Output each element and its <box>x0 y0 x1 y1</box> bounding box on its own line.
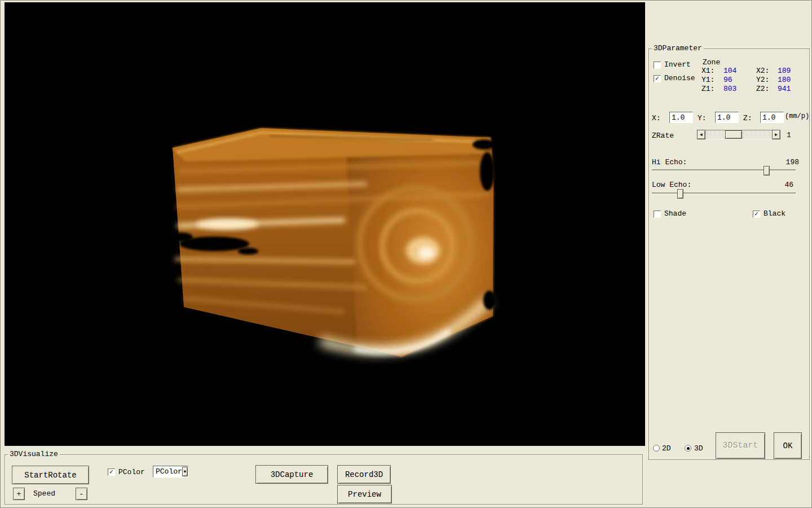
zone-y2-label: Y2: <box>756 76 769 84</box>
hi-echo-thumb[interactable] <box>764 166 770 176</box>
zone-z1-value: 803 <box>723 85 736 93</box>
hi-echo-value: 198 <box>786 158 799 167</box>
scale-y-label: Y: <box>698 114 707 122</box>
speed-label: Speed <box>33 489 55 498</box>
low-echo-slider[interactable] <box>652 192 796 195</box>
low-echo-label: Low Echo: <box>652 181 691 189</box>
scale-y-input[interactable] <box>715 112 739 123</box>
preview-button[interactable]: Preview <box>337 485 392 503</box>
scale-x-input[interactable] <box>669 112 693 123</box>
visualize-panel-title: 3DVisualize <box>8 450 60 459</box>
zone-x2-value: 189 <box>778 67 791 75</box>
start3d-button[interactable]: 3DStart <box>716 432 765 459</box>
invert-checkbox[interactable] <box>654 62 661 69</box>
denoise-checkbox[interactable]: ✓ <box>654 75 661 82</box>
zone-x2-label: X2: <box>756 67 769 75</box>
zone-z1-label: Z1: <box>701 85 714 93</box>
zrate-track[interactable] <box>705 130 772 139</box>
visualize-panel: 3DVisualize StartRotate ✓ PColor PColor … <box>5 454 643 505</box>
scale-z-label: Z: <box>743 114 752 122</box>
pcolor-checkbox[interactable]: ✓ <box>108 468 115 476</box>
check-icon: ✓ <box>754 211 758 217</box>
speed-minus-button[interactable]: - <box>76 488 87 500</box>
capture-3d-button[interactable]: 3DCapture <box>255 465 328 484</box>
volume-render <box>5 2 645 446</box>
chevron-down-icon[interactable]: ▼ <box>182 467 188 476</box>
scale-unit-label: (mm/p) <box>785 112 809 120</box>
render-viewport[interactable] <box>5 2 645 446</box>
shade-label: Shade <box>664 209 686 218</box>
pcolor-dropdown-value: PColor <box>153 467 182 476</box>
parameter-panel: 3DParameter Invert ✓ Denoise Zone X1: 10… <box>648 49 810 460</box>
low-echo-thumb[interactable] <box>677 189 683 199</box>
start-rotate-button[interactable]: StartRotate <box>12 466 89 484</box>
zone-x1-label: X1: <box>701 67 714 75</box>
zone-x1-value: 104 <box>723 67 736 75</box>
zrate-right-arrow-icon[interactable]: ► <box>772 130 780 139</box>
shade-checkbox[interactable] <box>654 211 661 218</box>
record-3d-button[interactable]: Record3D <box>337 465 391 484</box>
pcolor-dropdown[interactable]: PColor ▼ <box>153 466 188 478</box>
zone-z2-value: 941 <box>778 85 791 93</box>
check-icon: ✓ <box>655 76 659 82</box>
pcolor-label: PColor <box>118 468 145 476</box>
scale-z-input[interactable] <box>760 112 784 123</box>
zrate-scrollbar[interactable]: ◄ ► <box>697 130 780 139</box>
invert-label: Invert <box>664 60 691 69</box>
zrate-label: ZRate <box>652 132 674 140</box>
mode-3d-label: 3D <box>694 444 703 453</box>
denoise-label: Denoise <box>664 74 695 82</box>
zone-y1-label: Y1: <box>701 76 714 84</box>
scale-x-label: X: <box>652 114 661 122</box>
check-icon: ✓ <box>109 469 113 475</box>
low-echo-value: 46 <box>784 181 793 189</box>
parameter-panel-title: 3DParameter <box>652 44 704 53</box>
zrate-thumb[interactable] <box>725 130 742 139</box>
hi-echo-label: Hi Echo: <box>652 158 687 167</box>
black-label: Black <box>764 209 785 218</box>
ok-button[interactable]: OK <box>774 432 802 459</box>
mode-3d-radio[interactable] <box>685 445 691 452</box>
zrate-value: 1 <box>787 131 791 139</box>
mode-2d-label: 2D <box>662 444 671 453</box>
zone-title: Zone <box>703 58 720 67</box>
mode-2d-radio[interactable] <box>653 445 660 452</box>
zone-z2-label: Z2: <box>756 85 769 93</box>
hi-echo-slider[interactable] <box>652 169 796 172</box>
zone-y1-value: 96 <box>723 76 732 84</box>
zrate-left-arrow-icon[interactable]: ◄ <box>697 130 705 139</box>
zone-y2-value: 180 <box>778 76 791 84</box>
speed-plus-button[interactable]: + <box>13 488 25 500</box>
radio-dot-icon <box>687 447 690 450</box>
black-checkbox[interactable]: ✓ <box>753 211 760 218</box>
